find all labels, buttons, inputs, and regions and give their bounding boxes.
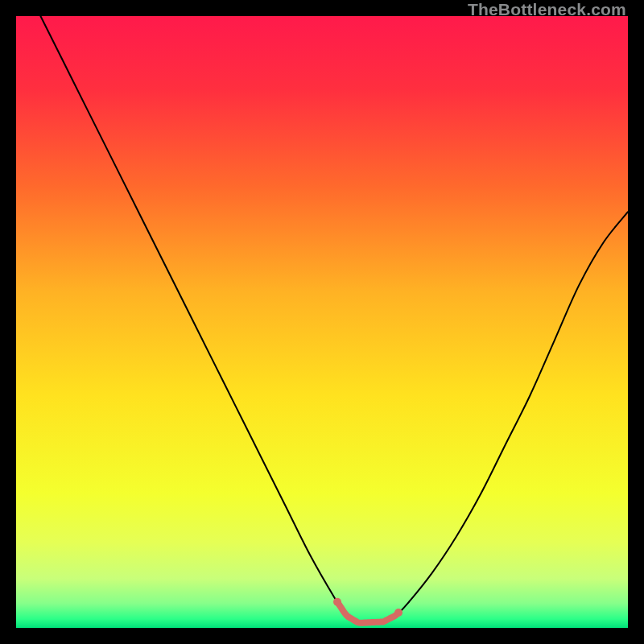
- gradient-background: [16, 16, 628, 628]
- bottleneck-chart: [16, 16, 628, 628]
- watermark-text: TheBottleneck.com: [468, 0, 626, 19]
- plot-area: [16, 16, 628, 628]
- chart-frame: TheBottleneck.com: [0, 0, 644, 644]
- optimal-range-dot-left: [333, 598, 341, 606]
- optimal-range-dot-right: [394, 609, 402, 617]
